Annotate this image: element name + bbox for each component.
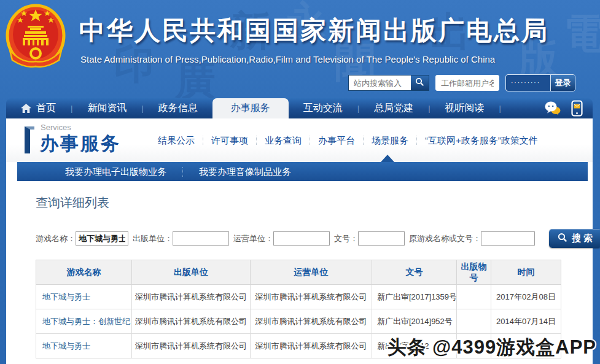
- column-header-4: 文号: [372, 260, 457, 285]
- page-title: 查询详细列表: [36, 195, 109, 211]
- column-header-3: 运营单位: [251, 260, 372, 285]
- login-button[interactable]: 登录: [550, 75, 575, 91]
- column-header-1: 游戏名称: [36, 260, 132, 285]
- table-cell: [457, 309, 491, 334]
- nav-item-label: 政务信息: [158, 102, 198, 115]
- form-input-4[interactable]: [358, 231, 405, 246]
- results-table-header-row: 游戏名称出版单位运营单位文号出版物号时间: [36, 260, 561, 285]
- column-header-6: 时间: [491, 260, 561, 285]
- form-field-5: 原游戏名称或文号：: [409, 231, 535, 246]
- table-cell: 2014年07月14日: [491, 309, 561, 334]
- form-field-3: 运营单位：: [233, 231, 330, 246]
- nav-item-4[interactable]: 办事服务: [212, 98, 289, 118]
- column-header-5: 出版物号: [457, 260, 491, 285]
- services-link-2[interactable]: 许可事项: [203, 136, 256, 145]
- search-icon: [558, 233, 567, 244]
- form-input-1[interactable]: [76, 231, 128, 246]
- bg-glyph: 電: [564, 6, 600, 61]
- national-emblem: [5, 2, 66, 71]
- form-input-2[interactable]: [173, 231, 229, 246]
- form-field-4: 文号：: [334, 231, 405, 246]
- form-field-label: 运营单位：: [233, 233, 273, 244]
- nav-separator: |: [499, 104, 501, 113]
- services-band: Services 办事服务 结果公示许可事项业务查询办事平台场景服务“互联网+政…: [6, 118, 593, 162]
- table-row: 地下城与勇士：创新世纪深圳市腾讯计算机系统有限公司深圳市腾讯计算机系统有限公司新…: [36, 309, 561, 334]
- services-links: 结果公示许可事项业务查询办事平台场景服务“互联网+政务服务”政策文件: [150, 131, 546, 149]
- nav-item-label: 总局党建: [374, 102, 413, 115]
- search-button-label: 搜 索: [572, 233, 593, 244]
- site-title: 中华人民共和国国家新闻出版广电总局: [79, 14, 549, 48]
- nav-item-label: 视听阅读: [445, 102, 485, 115]
- search-button[interactable]: 搜 索: [549, 229, 600, 248]
- site-search-button[interactable]: [411, 76, 429, 90]
- form-field-label: 游戏名称：: [36, 233, 76, 244]
- nav-item-1[interactable]: 首页: [6, 98, 71, 118]
- services-link-4[interactable]: 办事平台: [310, 136, 363, 145]
- watermark: 头条 @4399游戏盒APP: [387, 335, 596, 360]
- nav-item-5[interactable]: 互动交流: [289, 98, 357, 118]
- services-link-1[interactable]: 结果公示: [150, 136, 203, 145]
- site-search-input[interactable]: [349, 76, 411, 90]
- game-name-link[interactable]: 地下城与勇士: [42, 292, 90, 301]
- nav-item-7[interactable]: 视听阅读: [431, 98, 499, 118]
- content: Services 办事服务 结果公示许可事项业务查询办事平台场景服务“互联网+政…: [6, 118, 593, 364]
- page: 新聞出版廣電永印 中华人民共和国国家新: [0, 0, 600, 364]
- services-link-6[interactable]: “互联网+政务服务”政策文件: [416, 136, 546, 145]
- form-field-label: 原游戏名称或文号：: [409, 233, 481, 244]
- password-field[interactable]: ·········: [506, 75, 550, 91]
- services-eyebrow: Services: [41, 123, 71, 132]
- table-cell: 深圳市腾讯计算机系统有限公司: [132, 309, 251, 334]
- game-name-link[interactable]: 地下城与勇士：创新世纪: [42, 317, 130, 326]
- table-cell: 深圳市腾讯计算机系统有限公司: [251, 285, 372, 309]
- main-nav-list: 首页|新闻资讯|政务信息办事服务互动交流|总局党建|视听阅读|: [6, 98, 501, 118]
- table-cell: 深圳市腾讯计算机系统有限公司: [251, 334, 372, 358]
- nav-item-3[interactable]: 政务信息: [144, 98, 212, 118]
- active-section-caret: [381, 155, 394, 162]
- form-field-label: 出版单位：: [133, 233, 173, 244]
- table-cell: 深圳市腾讯计算机系统有限公司: [132, 334, 251, 358]
- table-cell: 地下城与勇士：创新世纪: [36, 309, 132, 334]
- login-group: ········· 登录: [505, 74, 575, 91]
- header-search-row: ········· 登录: [348, 74, 575, 91]
- table-cell: 新广出审[2017]1359号: [372, 285, 457, 309]
- nav-item-6[interactable]: 总局党建: [359, 98, 428, 118]
- table-row: 地下城与勇士深圳市腾讯计算机系统有限公司深圳市腾讯计算机系统有限公司新广出审[2…: [36, 285, 561, 309]
- query-form-fields: 游戏名称：出版单位：运营单位：文号：原游戏名称或文号：: [36, 231, 539, 246]
- nav-item-label: 互动交流: [303, 102, 343, 115]
- quick-link-1[interactable]: 我要办理电子出版物业务: [49, 167, 182, 177]
- nav-item-label: 办事服务: [231, 102, 270, 115]
- table-cell: 地下城与勇士: [36, 285, 132, 309]
- nav-item-label: 新闻资讯: [87, 102, 127, 115]
- query-form: 游戏名称：出版单位：运营单位：文号：原游戏名称或文号： 搜 索: [36, 229, 600, 248]
- table-cell: 地下城与勇士: [36, 334, 132, 358]
- table-cell: 新广出审[2014]952号: [372, 309, 457, 334]
- table-cell: 2017年02月08日: [491, 285, 561, 309]
- form-input-3[interactable]: [273, 231, 330, 246]
- quick-links-bar: 我要办理电子出版物业务我要办理音像制品业务: [17, 162, 588, 181]
- services-title: 办事服务: [40, 131, 121, 157]
- form-field-2: 出版单位：: [133, 231, 229, 246]
- main-nav: 首页|新闻资讯|政务信息办事服务互动交流|总局党建|视听阅读|: [6, 98, 593, 118]
- form-field-label: 文号：: [334, 233, 358, 244]
- game-name-link[interactable]: 地下城与勇士: [42, 341, 90, 350]
- quick-link-2[interactable]: 我要办理音像制品业务: [182, 167, 307, 177]
- search-icon: [415, 77, 424, 88]
- wechat-icon[interactable]: [545, 101, 561, 115]
- column-header-2: 出版单位: [132, 260, 251, 285]
- services-link-5[interactable]: 场景服务: [363, 136, 416, 145]
- table-cell: 深圳市腾讯计算机系统有限公司: [132, 285, 251, 309]
- services-link-3[interactable]: 业务查询: [256, 136, 310, 145]
- mobile-mail-icon[interactable]: [571, 100, 583, 117]
- services-bracket-mark: [25, 126, 34, 153]
- home-icon: [21, 104, 31, 113]
- nav-icons: [545, 100, 583, 117]
- email-username-input[interactable]: [435, 75, 499, 91]
- table-cell: 深圳市腾讯计算机系统有限公司: [251, 309, 372, 334]
- site-search-box: [348, 75, 429, 91]
- form-input-5[interactable]: [481, 231, 535, 246]
- table-cell: [457, 285, 491, 309]
- nav-item-label: 首页: [36, 102, 56, 115]
- site-subtitle: State Administration of Press,Publicatio…: [80, 54, 495, 64]
- nav-item-2[interactable]: 新闻资讯: [72, 98, 141, 118]
- form-field-1: 游戏名称：: [36, 231, 128, 246]
